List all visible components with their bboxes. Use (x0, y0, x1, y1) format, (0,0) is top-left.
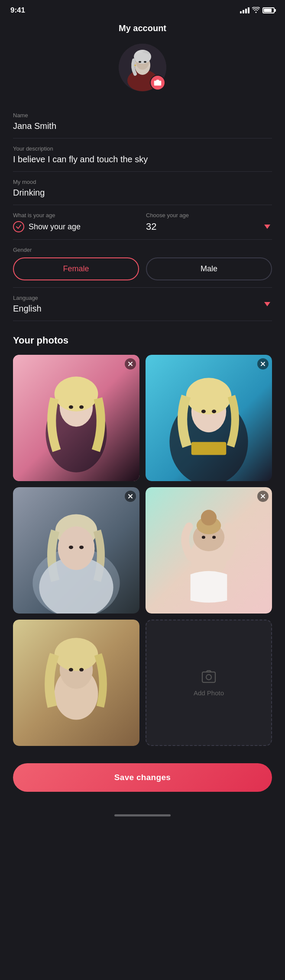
photo-1-image (13, 355, 139, 481)
status-time: 9:41 (10, 6, 25, 15)
age-dropdown-arrow (264, 225, 270, 229)
description-value[interactable]: I believe I can fly and touch the sky (13, 154, 272, 164)
female-button[interactable]: Female (13, 257, 139, 280)
svg-rect-56 (202, 672, 215, 682)
name-label: Name (13, 112, 272, 119)
svg-point-4 (134, 50, 151, 64)
photo-1-close[interactable] (125, 358, 136, 370)
page-header: My account (0, 19, 285, 44)
language-value[interactable]: English (13, 304, 264, 314)
svg-point-16 (69, 405, 73, 409)
add-photo-icon (201, 669, 217, 685)
gender-buttons: Female Male (13, 257, 272, 280)
photo-3-close[interactable] (125, 491, 136, 502)
avatar-container (119, 44, 166, 91)
svg-point-5 (139, 61, 141, 63)
svg-point-24 (201, 410, 206, 413)
language-label: Language (13, 295, 264, 301)
svg-point-8 (156, 82, 159, 84)
svg-point-25 (212, 410, 216, 413)
age-value: 32 (146, 221, 156, 232)
mood-label: My mood (13, 179, 272, 185)
photo-item-1 (13, 355, 139, 481)
close-icon (260, 494, 266, 499)
description-label: Your description (13, 145, 272, 152)
svg-point-53 (79, 668, 84, 672)
close-icon (260, 361, 266, 366)
photo-item-4 (146, 487, 272, 614)
language-section: Language English (13, 288, 272, 321)
svg-point-51 (55, 638, 98, 671)
svg-point-23 (186, 378, 232, 414)
svg-point-52 (69, 668, 73, 672)
photo-5-image (13, 620, 139, 746)
avatar-section (0, 44, 285, 91)
photos-title: Your photos (13, 335, 272, 346)
save-section: Save changes (0, 755, 285, 809)
status-bar: 9:41 (0, 0, 285, 19)
svg-point-43 (201, 510, 217, 525)
home-indicator (0, 809, 285, 822)
photo-2-image (146, 355, 272, 481)
check-icon (16, 224, 22, 230)
gender-section: Gender Female Male (13, 240, 272, 288)
photo-item-3 (13, 487, 139, 614)
wifi-icon (252, 7, 260, 14)
photo-item-2 (146, 355, 272, 481)
age-row: What is your age Show your age Choose yo… (13, 205, 272, 240)
age-question-label: What is your age (13, 212, 139, 218)
svg-point-34 (58, 527, 95, 570)
add-photo-label: Add Photo (194, 689, 224, 697)
show-age-toggle[interactable]: Show your age (13, 221, 139, 232)
description-field-group: Your description I believe I can fly and… (13, 138, 272, 172)
close-icon (128, 494, 133, 499)
signal-icon (240, 7, 249, 13)
language-dropdown-arrow[interactable] (264, 302, 270, 306)
battery-icon (262, 7, 275, 13)
name-field-group: Name Jana Smith (13, 105, 272, 138)
mood-field-group: My mood Drinking (13, 172, 272, 205)
svg-point-35 (69, 546, 73, 549)
svg-point-57 (206, 675, 211, 680)
svg-point-45 (212, 536, 216, 539)
photo-3-image (13, 487, 139, 614)
add-photo-placeholder[interactable]: Add Photo (146, 620, 272, 746)
mood-value[interactable]: Drinking (13, 188, 272, 198)
name-value[interactable]: Jana Smith (13, 121, 272, 131)
svg-point-15 (55, 376, 98, 411)
save-button[interactable]: Save changes (13, 763, 272, 792)
show-age-label: Show your age (29, 222, 81, 231)
show-age-check (13, 221, 24, 232)
age-select[interactable]: 32 (146, 221, 272, 232)
svg-point-7 (134, 64, 136, 66)
age-left: What is your age Show your age (13, 212, 139, 232)
photo-2-close[interactable] (257, 358, 269, 370)
close-icon (128, 361, 133, 366)
male-button[interactable]: Male (146, 257, 272, 280)
gender-label: Gender (13, 247, 272, 253)
photo-4-image (146, 487, 272, 614)
photo-4-close[interactable] (257, 491, 269, 502)
home-bar (114, 814, 171, 816)
photo-item-5 (13, 620, 139, 746)
camera-button[interactable] (150, 75, 165, 90)
svg-rect-26 (191, 442, 227, 455)
status-icons (240, 7, 275, 14)
language-left: Language English (13, 295, 264, 314)
svg-point-6 (144, 61, 146, 63)
photos-grid: Add Photo (13, 355, 272, 746)
photos-section: Your photos (0, 321, 285, 755)
svg-point-36 (79, 546, 84, 549)
svg-point-17 (79, 405, 84, 409)
form-section: Name Jana Smith Your description I belie… (0, 105, 285, 321)
svg-point-44 (202, 536, 205, 539)
add-photo-item[interactable]: Add Photo (146, 620, 272, 746)
age-right: Choose your age 32 (146, 212, 272, 232)
camera-icon (154, 79, 162, 87)
choose-age-label: Choose your age (146, 212, 272, 218)
page-title: My account (119, 23, 166, 33)
